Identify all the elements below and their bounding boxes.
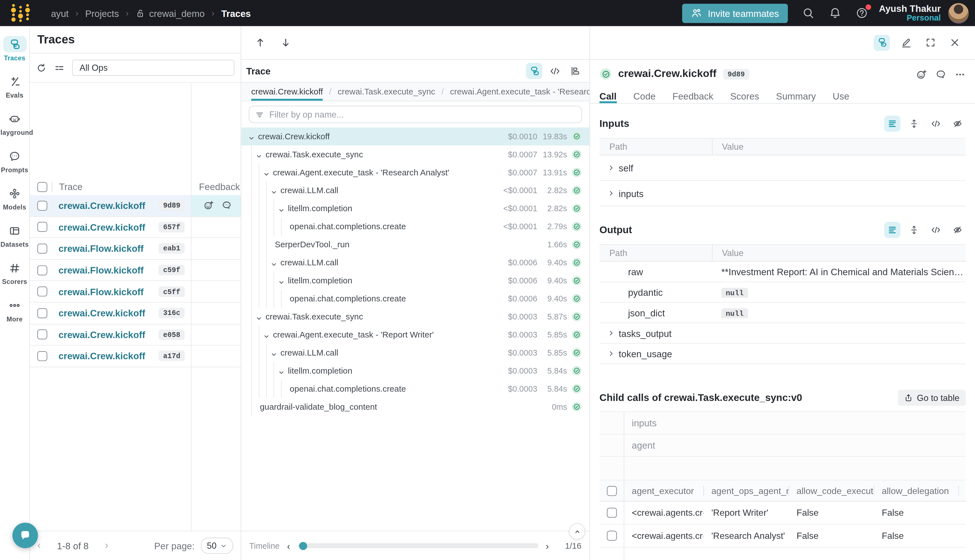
- prev-page-button[interactable]: ‹: [37, 539, 41, 552]
- child-column-header[interactable]: allow_delegation: [874, 480, 958, 501]
- user-menu[interactable]: Ayush Thakur Personal: [879, 3, 941, 23]
- tab-code[interactable]: Code: [633, 88, 656, 103]
- expand-toggle[interactable]: tasks_output: [608, 328, 672, 338]
- close-icon[interactable]: [947, 34, 963, 50]
- timeline-thumb[interactable]: [299, 542, 307, 550]
- sidebar-item-scorers[interactable]: Scorers: [0, 260, 29, 297]
- chevron-down-icon[interactable]: [279, 278, 284, 283]
- pretty-view-button[interactable]: [884, 222, 900, 238]
- row-checkbox[interactable]: [37, 287, 47, 297]
- trace-row[interactable]: crewai.Crew.kickoff e058: [30, 324, 240, 346]
- comment-icon[interactable]: [935, 69, 946, 79]
- help-icon[interactable]: [855, 7, 868, 19]
- row-checkbox[interactable]: [606, 531, 616, 540]
- edit-pencil-icon[interactable]: [898, 34, 914, 50]
- breadcrumb-projects[interactable]: Projects: [85, 8, 119, 18]
- chevron-down-icon[interactable]: [271, 350, 277, 355]
- tab-feedback[interactable]: Feedback: [672, 88, 713, 103]
- code-view-button[interactable]: [928, 222, 944, 238]
- chevron-down-icon[interactable]: [249, 134, 254, 139]
- child-column-header[interactable]: agent_ops_agent_nan: [703, 480, 788, 501]
- hide-section-icon[interactable]: [950, 222, 966, 238]
- row-checkbox[interactable]: [37, 243, 47, 253]
- trace-link[interactable]: crewai.Flow.kickoff: [58, 265, 144, 275]
- trace-row[interactable]: crewai.Flow.kickoff c5ff: [30, 281, 240, 303]
- call-tree-row[interactable]: litellm.completion <$0.0001 2.82s: [241, 200, 589, 218]
- wandb-logo[interactable]: [9, 3, 32, 24]
- child-column-header[interactable]: allow_code_execution: [788, 480, 874, 501]
- select-all-checkbox[interactable]: [606, 486, 616, 496]
- chevron-down-icon[interactable]: [256, 314, 262, 320]
- hide-section-icon[interactable]: [950, 116, 966, 132]
- chevron-down-icon[interactable]: [264, 332, 269, 338]
- go-to-table-button[interactable]: Go to table: [898, 390, 966, 406]
- breadcrumb-user[interactable]: ayut: [51, 8, 69, 18]
- expand-toggle[interactable]: token_usage: [608, 348, 672, 359]
- ops-filter-select[interactable]: All Ops: [72, 60, 234, 76]
- call-tree-row[interactable]: crewai.LLM.call <$0.0001 2.82s: [241, 182, 589, 200]
- call-tree-row[interactable]: crewai.Agent.execute_task - 'Report Writ…: [241, 326, 589, 344]
- add-reaction-icon[interactable]: [916, 69, 927, 79]
- sidebar-item-models[interactable]: Models: [0, 185, 29, 222]
- op-name-filter-input[interactable]: Filter by op name...: [249, 106, 582, 123]
- per-page-select[interactable]: 50: [201, 538, 233, 554]
- trace-row[interactable]: crewai.Flow.kickoff eab1: [30, 238, 240, 260]
- select-all-checkbox[interactable]: [37, 182, 47, 192]
- call-tree-row[interactable]: crewai.Task.execute_sync $0.0007 13.92s: [241, 145, 589, 163]
- tab-use[interactable]: Use: [833, 88, 850, 103]
- expand-toggle[interactable]: self: [608, 162, 633, 173]
- breadcrumb-project[interactable]: crewai_demo: [135, 8, 205, 18]
- row-checkbox[interactable]: [37, 308, 47, 318]
- refresh-button[interactable]: [36, 63, 47, 73]
- avatar[interactable]: [948, 3, 969, 23]
- expand-toggle[interactable]: inputs: [608, 188, 644, 198]
- tab-scores[interactable]: Scores: [730, 88, 759, 103]
- trace-link[interactable]: crewai.Flow.kickoff: [58, 286, 144, 297]
- tree-view-button[interactable]: [526, 63, 542, 79]
- call-tree-row[interactable]: crewai.Crew.kickoff $0.0010 19.83s: [241, 127, 589, 145]
- flame-graph-button[interactable]: [567, 63, 583, 79]
- row-checkbox[interactable]: [37, 200, 47, 210]
- trace-link[interactable]: crewai.Crew.kickoff: [58, 200, 145, 211]
- chevron-down-icon[interactable]: [271, 188, 277, 193]
- trace-path-tab[interactable]: crewai.Agent.execute_task - 'Research An…: [450, 83, 589, 101]
- chat-support-button[interactable]: [12, 523, 38, 548]
- more-actions-icon[interactable]: [954, 69, 965, 79]
- chevron-down-icon[interactable]: [256, 152, 262, 157]
- sidebar-item-playground[interactable]: Playground: [0, 110, 29, 148]
- trace-path-tab[interactable]: crewai.Task.execute_sync: [338, 83, 435, 101]
- trace-link[interactable]: crewai.Crew.kickoff: [58, 222, 145, 232]
- trace-link[interactable]: crewai.Crew.kickoff: [58, 329, 145, 340]
- invite-teammates-button[interactable]: Invite teammates: [683, 3, 788, 23]
- child-call-row[interactable]: <crewai.agents.cre...'Report Writer'Fals…: [599, 502, 966, 525]
- trace-row[interactable]: crewai.Crew.kickoff 657f: [30, 217, 240, 238]
- sidebar-item-traces[interactable]: Traces: [0, 36, 29, 73]
- chevron-down-icon[interactable]: [271, 260, 277, 265]
- child-column-header[interactable]: agent_executor: [624, 480, 703, 501]
- add-reaction-icon[interactable]: [204, 200, 214, 211]
- call-tree-row[interactable]: openai.chat.completions.create $0.0003 5…: [241, 380, 589, 398]
- sidebar-item-evals[interactable]: Evals: [0, 73, 29, 110]
- call-tree-row[interactable]: SerperDevTool._run 1.66s: [241, 235, 589, 253]
- breadcrumb-current[interactable]: Traces: [221, 8, 251, 18]
- next-call-arrow-icon[interactable]: [280, 37, 291, 48]
- scroll-to-top-button[interactable]: [569, 523, 585, 539]
- sidebar-item-datasets[interactable]: Datasets: [0, 222, 29, 260]
- prev-call-arrow-icon[interactable]: [255, 37, 265, 48]
- child-call-row[interactable]: <crewai.agents.cre...'Research Analyst'F…: [599, 525, 966, 548]
- call-tree-row[interactable]: crewai.Agent.execute_task - 'Research An…: [241, 163, 589, 182]
- trace-row[interactable]: crewai.Crew.kickoff 9d89: [30, 195, 240, 217]
- row-checkbox[interactable]: [37, 351, 47, 361]
- timeline-slider[interactable]: [298, 543, 538, 548]
- search-icon[interactable]: [802, 7, 814, 19]
- sidebar-item-more[interactable]: More: [0, 297, 29, 334]
- chevron-down-icon[interactable]: [279, 368, 284, 373]
- notifications-bell-icon[interactable]: [828, 7, 841, 19]
- call-tree-row[interactable]: guardrail-validate_blog_content 0ms: [241, 398, 589, 416]
- comment-icon[interactable]: [222, 200, 232, 211]
- tab-call[interactable]: Call: [599, 88, 617, 103]
- call-tree-row[interactable]: openai.chat.completions.create $0.0006 9…: [241, 290, 589, 308]
- next-page-button[interactable]: ›: [105, 539, 109, 552]
- row-checkbox[interactable]: [37, 265, 47, 275]
- call-tree-row[interactable]: crewai.LLM.call $0.0006 9.40s: [241, 253, 589, 272]
